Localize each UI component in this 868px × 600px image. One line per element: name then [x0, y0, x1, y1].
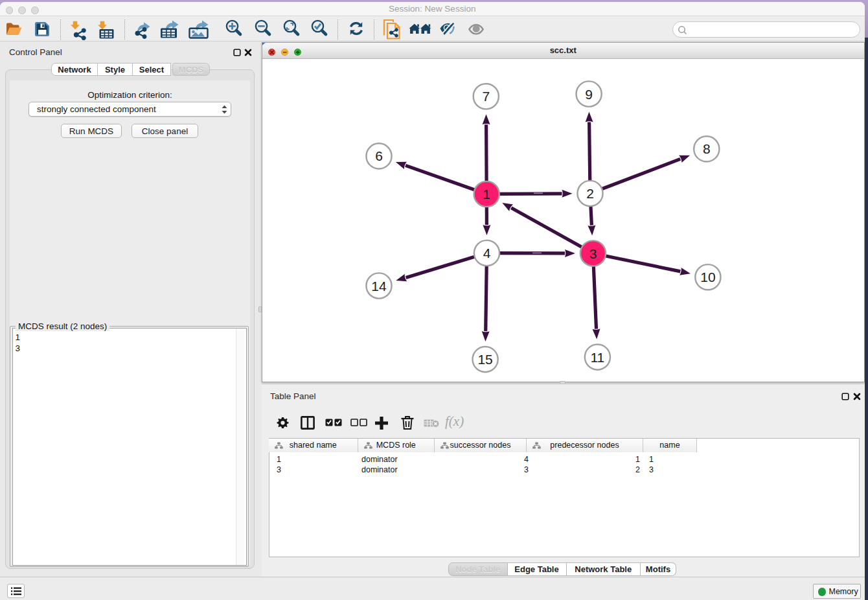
- svg-text:2: 2: [586, 186, 594, 201]
- svg-text:4: 4: [483, 246, 491, 260]
- svg-text:10: 10: [700, 270, 715, 284]
- svg-text:7: 7: [482, 89, 490, 104]
- svg-text:6: 6: [375, 148, 383, 163]
- svg-text:8: 8: [703, 141, 711, 156]
- svg-text:9: 9: [585, 87, 593, 102]
- svg-text:3: 3: [589, 246, 597, 261]
- svg-text:11: 11: [590, 350, 604, 365]
- svg-text:15: 15: [477, 352, 492, 367]
- svg-text:14: 14: [371, 279, 387, 294]
- svg-text:1: 1: [483, 187, 490, 202]
